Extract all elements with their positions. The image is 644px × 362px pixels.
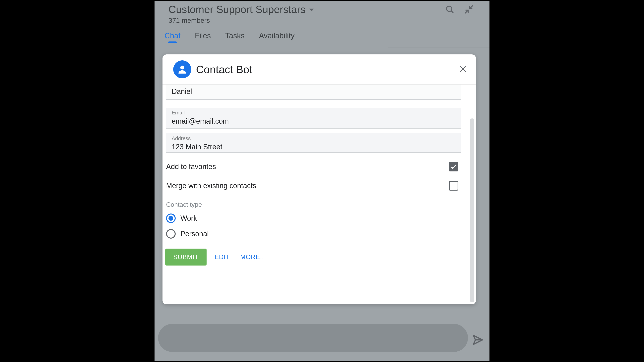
merge-row[interactable]: Merge with existing contacts <box>166 181 461 190</box>
svg-point-0 <box>446 6 452 12</box>
tab-availability[interactable]: Availability <box>259 32 295 42</box>
contact-type-label: Contact type <box>166 201 469 208</box>
tab-chat[interactable]: Chat <box>164 32 180 42</box>
address-value: 123 Main Street <box>172 143 455 151</box>
room-header: Customer Support Superstars <box>154 0 490 24</box>
tab-tasks[interactable]: Tasks <box>225 32 245 42</box>
name-value: Daniel <box>172 87 455 96</box>
chevron-down-icon[interactable] <box>309 8 314 11</box>
svg-point-4 <box>180 66 184 70</box>
more-button[interactable]: MORE.. <box>238 248 266 266</box>
dialog-header: Contact Bot <box>162 54 476 84</box>
title-left: Customer Support Superstars <box>168 4 314 15</box>
member-count: 371 members <box>168 16 476 24</box>
radio-personal-label: Personal <box>180 230 209 238</box>
send-icon[interactable] <box>472 334 484 347</box>
radio-work-button[interactable] <box>166 214 176 223</box>
dialog-body: Daniel Email email@email.com Address 123… <box>162 84 476 304</box>
chat-app-window: Customer Support Superstars <box>154 0 490 362</box>
radio-work-label: Work <box>180 214 197 222</box>
tab-files[interactable]: Files <box>195 32 211 42</box>
tab-divider <box>388 47 490 48</box>
radio-work[interactable]: Work <box>166 214 469 223</box>
tab-bar: Chat Files Tasks Availability <box>154 24 490 42</box>
search-icon[interactable] <box>445 5 454 14</box>
edit-button[interactable]: EDIT <box>212 248 232 266</box>
email-field[interactable]: Email email@email.com <box>166 108 461 128</box>
favorites-checkbox[interactable] <box>449 162 458 172</box>
scrollbar[interactable] <box>470 118 474 302</box>
name-field[interactable]: Daniel <box>166 84 461 100</box>
collapse-icon[interactable] <box>464 5 474 14</box>
room-title[interactable]: Customer Support Superstars <box>168 4 306 15</box>
radio-dot-icon <box>168 216 173 221</box>
address-label: Address <box>172 135 455 142</box>
person-icon <box>173 60 191 78</box>
dialog-title: Contact Bot <box>196 63 252 76</box>
radio-personal-button[interactable] <box>166 229 176 238</box>
email-value: email@email.com <box>172 117 455 126</box>
close-icon[interactable] <box>459 65 467 74</box>
submit-button[interactable]: SUBMIT <box>165 248 206 266</box>
svg-line-1 <box>451 11 454 13</box>
dialog-actions: SUBMIT EDIT MORE.. <box>165 248 469 266</box>
header-actions <box>445 5 476 14</box>
scroll-area: Daniel Email email@email.com Address 123… <box>162 84 469 304</box>
favorites-label: Add to favorites <box>166 162 216 171</box>
message-input[interactable] <box>158 324 468 352</box>
merge-checkbox[interactable] <box>449 181 458 190</box>
dialog-title-wrap: Contact Bot <box>173 60 252 78</box>
radio-personal[interactable]: Personal <box>166 229 469 238</box>
merge-label: Merge with existing contacts <box>166 182 256 190</box>
email-label: Email <box>172 110 455 116</box>
title-row: Customer Support Superstars <box>168 4 476 15</box>
favorites-row[interactable]: Add to favorites <box>166 162 461 172</box>
contact-bot-dialog: Contact Bot Daniel Email email@email.com <box>162 54 476 304</box>
address-field[interactable]: Address 123 Main Street <box>166 133 461 153</box>
